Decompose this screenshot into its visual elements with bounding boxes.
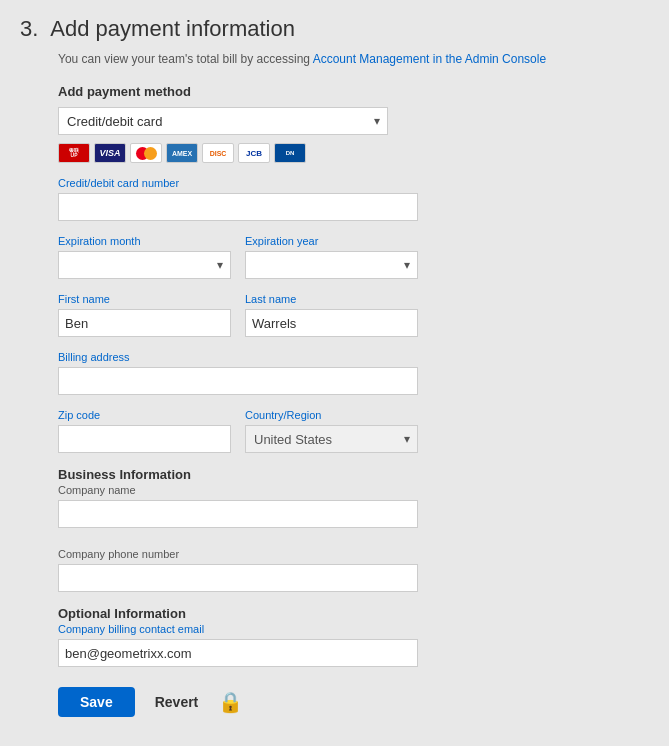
last-name-input[interactable] — [245, 309, 418, 337]
card-icons: 银联UP VISA AMEX DISC JCB DN — [58, 143, 418, 163]
billing-address-group: Billing address — [58, 351, 418, 395]
page-header: 3. Add payment information — [20, 16, 649, 42]
step-number: 3. — [20, 16, 38, 42]
zip-col: Zip code — [58, 409, 231, 453]
zip-input[interactable] — [58, 425, 231, 453]
optional-section-label: Optional Information — [58, 606, 418, 621]
card-number-input[interactable] — [58, 193, 418, 221]
expiration-year-select[interactable]: 2024 2025 2026 2027 2028 2029 2030 — [245, 251, 418, 279]
discover-icon: DISC — [202, 143, 234, 163]
amex-icon: AMEX — [166, 143, 198, 163]
last-name-col: Last name — [245, 293, 418, 337]
mastercard-icon — [130, 143, 162, 163]
card-number-label: Credit/debit card number — [58, 177, 418, 189]
first-name-col: First name — [58, 293, 231, 337]
first-name-label: First name — [58, 293, 231, 305]
company-phone-input[interactable] — [58, 564, 418, 592]
expiration-month-label: Expiration month — [58, 235, 231, 247]
billing-address-label: Billing address — [58, 351, 418, 363]
company-name-label: Company name — [58, 484, 418, 496]
zip-country-group: Zip code Country/Region United States Ca… — [58, 409, 418, 453]
billing-email-label: Company billing contact email — [58, 623, 418, 635]
payment-method-group: Add payment method Credit/debit card Pay… — [58, 84, 418, 163]
unionpay-icon: 银联UP — [58, 143, 90, 163]
expiration-year-label: Expiration year — [245, 235, 418, 247]
zip-label: Zip code — [58, 409, 231, 421]
expiration-month-wrapper[interactable]: 01 - January 02 - February 03 - March 04… — [58, 251, 231, 279]
diners-icon: DN — [274, 143, 306, 163]
first-name-input[interactable] — [58, 309, 231, 337]
card-number-group: Credit/debit card number — [58, 177, 418, 221]
payment-method-select[interactable]: Credit/debit card PayPal Bank transfer — [58, 107, 388, 135]
bottom-actions: Save Revert 🔒 — [58, 687, 649, 717]
visa-icon: VISA — [94, 143, 126, 163]
payment-method-label: Add payment method — [58, 84, 418, 99]
page-title: Add payment information — [50, 16, 295, 42]
form-container: Add payment method Credit/debit card Pay… — [58, 84, 418, 667]
business-section: Business Information Company name Compan… — [58, 467, 418, 592]
business-section-label: Business Information — [58, 467, 418, 482]
expiration-month-select[interactable]: 01 - January 02 - February 03 - March 04… — [58, 251, 231, 279]
country-label: Country/Region — [245, 409, 418, 421]
last-name-label: Last name — [245, 293, 418, 305]
expiration-year-wrapper[interactable]: 2024 2025 2026 2027 2028 2029 2030 — [245, 251, 418, 279]
billing-email-input[interactable] — [58, 639, 418, 667]
country-select-wrapper[interactable]: United States Canada United Kingdom Germ… — [245, 425, 418, 453]
country-select[interactable]: United States Canada United Kingdom Germ… — [245, 425, 418, 453]
revert-button[interactable]: Revert — [155, 694, 199, 710]
lock-icon: 🔒 — [218, 690, 243, 714]
company-phone-label: Company phone number — [58, 548, 418, 560]
subtitle: You can view your team's total bill by a… — [58, 52, 649, 66]
page-container: 3. Add payment information You can view … — [0, 0, 669, 746]
save-button[interactable]: Save — [58, 687, 135, 717]
expiration-year-col: Expiration year 2024 2025 2026 2027 2028… — [245, 235, 418, 279]
country-col: Country/Region United States Canada Unit… — [245, 409, 418, 453]
company-name-input[interactable] — [58, 500, 418, 528]
payment-method-select-wrapper: Credit/debit card PayPal Bank transfer — [58, 107, 418, 135]
payment-method-dropdown[interactable]: Credit/debit card PayPal Bank transfer — [58, 107, 388, 135]
jcb-icon: JCB — [238, 143, 270, 163]
expiration-month-col: Expiration month 01 - January 02 - Febru… — [58, 235, 231, 279]
billing-address-input[interactable] — [58, 367, 418, 395]
optional-section: Optional Information Company billing con… — [58, 606, 418, 667]
name-group: First name Last name — [58, 293, 418, 337]
admin-console-link[interactable]: Account Management in the Admin Console — [313, 52, 546, 66]
expiration-group: Expiration month 01 - January 02 - Febru… — [58, 235, 418, 279]
